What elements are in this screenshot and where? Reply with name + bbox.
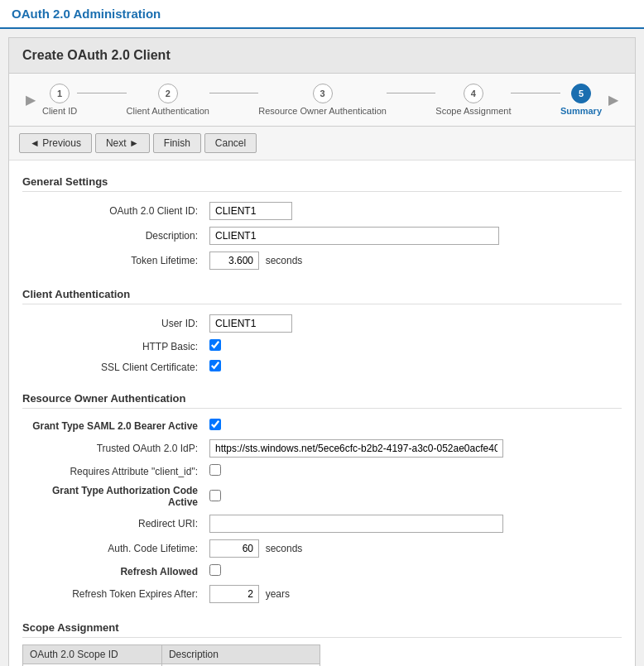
refresh-allowed-row: Refresh Allowed — [22, 561, 622, 582]
page-wrapper: Create OAuth 2.0 Client ▶ 1 Client ID 2 … — [8, 37, 636, 666]
step-label-4: Scope Assignment — [435, 106, 511, 116]
description-row: Description: — [22, 223, 622, 248]
refresh-expires-field[interactable] — [209, 585, 259, 603]
previous-button-top[interactable]: ◄ Previous — [19, 133, 92, 153]
step-label-2: Client Authentication — [127, 106, 209, 116]
wizard-step-1[interactable]: 1 Client ID — [42, 84, 77, 116]
token-lifetime-unit: seconds — [266, 255, 303, 266]
http-basic-row: HTTP Basic: — [22, 336, 622, 357]
auth-code-lifetime-field[interactable] — [209, 539, 259, 558]
scope-assignment-section: Scope Assignment OAuth 2.0 Scope ID Desc… — [22, 615, 622, 666]
refresh-allowed-label: Refresh Allowed — [22, 561, 204, 582]
grant-type-auth-label: Grant Type Authorization Code Active — [22, 482, 204, 511]
refresh-allowed-checkbox[interactable] — [209, 564, 221, 576]
scope-table-header-row: OAuth 2.0 Scope ID Description — [23, 645, 320, 664]
step-circle-4: 4 — [464, 84, 483, 103]
step-label-3: Resource Owner Authentication — [258, 106, 387, 116]
description-label: Description: — [22, 223, 204, 248]
client-auth-section: Client Authentication User ID: HTTP Basi… — [22, 281, 622, 377]
refresh-expires-label: Refresh Token Expires After: — [22, 582, 204, 606]
user-id-field[interactable] — [209, 314, 292, 333]
connector-2-3 — [209, 93, 258, 93]
wizard-step-4[interactable]: 4 Scope Assignment — [435, 84, 511, 116]
app-header: OAuth 2.0 Administration — [0, 0, 644, 29]
content-area: General Settings OAuth 2.0 Client ID: De… — [9, 161, 635, 666]
requires-attr-row: Requires Attribute "client_id": — [22, 461, 622, 482]
step-label-5: Summary — [560, 106, 602, 116]
wizard-start-arrow: ▶ — [26, 92, 36, 108]
auth-code-lifetime-label: Auth. Code Lifetime: — [22, 536, 204, 561]
wizard-end-arrow: ▶ — [608, 92, 618, 108]
auth-code-lifetime-unit: seconds — [266, 543, 303, 554]
step-circle-2: 2 — [158, 84, 178, 103]
user-id-row: User ID: — [22, 311, 622, 336]
saml-active-checkbox[interactable] — [209, 419, 221, 430]
top-toolbar: ◄ Previous Next ► Finish Cancel — [9, 127, 635, 161]
step-circle-5: 5 — [571, 84, 591, 103]
client-id-row: OAuth 2.0 Client ID: — [22, 199, 622, 223]
app-title: OAuth 2.0 Administration — [12, 7, 161, 21]
scope-table: OAuth 2.0 Scope ID Description DAAG_MNGG… — [22, 644, 320, 666]
saml-active-label: Grant Type SAML 2.0 Bearer Active — [22, 415, 204, 436]
wizard-step-5[interactable]: 5 Summary — [560, 84, 602, 116]
http-basic-checkbox[interactable] — [209, 339, 221, 351]
http-basic-label: HTTP Basic: — [22, 336, 204, 357]
resource-owner-title: Resource Owner Authentication — [22, 386, 622, 409]
resource-owner-table: Grant Type SAML 2.0 Bearer Active Truste… — [22, 415, 622, 606]
connector-1-2 — [77, 93, 126, 93]
redirect-uri-label: Redirect URI: — [22, 511, 204, 536]
client-auth-table: User ID: HTTP Basic: SSL Client Certific… — [22, 311, 622, 377]
redirect-uri-field[interactable] — [209, 515, 503, 533]
trusted-idp-label: Trusted OAuth 2.0 IdP: — [22, 436, 204, 461]
description-field[interactable] — [209, 227, 499, 245]
wizard-step-3[interactable]: 3 Resource Owner Authentication — [258, 84, 387, 116]
requires-attr-checkbox[interactable] — [209, 464, 221, 476]
token-lifetime-label: Token Lifetime: — [22, 248, 204, 273]
client-auth-title: Client Authentication — [22, 281, 622, 304]
client-id-field[interactable] — [209, 202, 292, 220]
general-settings-section: General Settings OAuth 2.0 Client ID: De… — [22, 169, 622, 273]
step-circle-3: 3 — [313, 84, 333, 103]
client-id-label: OAuth 2.0 Client ID: — [22, 199, 204, 223]
wizard-step-2[interactable]: 2 Client Authentication — [127, 84, 209, 116]
step-label-1: Client ID — [42, 106, 77, 116]
ssl-cert-row: SSL Client Certificate: — [22, 357, 622, 377]
scope-assignment-title: Scope Assignment — [22, 615, 622, 638]
resource-owner-section: Resource Owner Authentication Grant Type… — [22, 386, 622, 606]
finish-button-top[interactable]: Finish — [153, 133, 201, 153]
saml-active-row: Grant Type SAML 2.0 Bearer Active — [22, 415, 622, 436]
connector-4-5 — [511, 93, 560, 93]
user-id-label: User ID: — [22, 311, 204, 336]
grant-type-auth-row: Grant Type Authorization Code Active — [22, 482, 622, 511]
step-circle-1: 1 — [50, 84, 70, 103]
redirect-uri-row: Redirect URI: — [22, 511, 622, 536]
requires-attr-label: Requires Attribute "client_id": — [22, 461, 204, 482]
wizard-steps: ▶ 1 Client ID 2 Client Authentication 3 … — [9, 74, 635, 127]
description-column-header: Description — [161, 645, 320, 664]
general-settings-table: OAuth 2.0 Client ID: Description: Token … — [22, 199, 622, 273]
scope-id-column-header: OAuth 2.0 Scope ID — [23, 645, 162, 664]
page-title: Create OAuth 2.0 Client — [9, 38, 635, 74]
refresh-expires-row: Refresh Token Expires After: years — [22, 582, 622, 606]
trusted-idp-row: Trusted OAuth 2.0 IdP: — [22, 436, 622, 461]
ssl-cert-checkbox[interactable] — [209, 360, 221, 371]
grant-type-auth-checkbox[interactable] — [209, 490, 221, 501]
refresh-expires-unit: years — [266, 588, 290, 600]
connector-3-4 — [387, 93, 435, 93]
auth-code-lifetime-row: Auth. Code Lifetime: seconds — [22, 536, 622, 561]
cancel-button-top[interactable]: Cancel — [204, 133, 257, 153]
token-lifetime-field[interactable] — [209, 252, 259, 270]
trusted-idp-field[interactable] — [209, 439, 503, 458]
ssl-cert-label: SSL Client Certificate: — [22, 357, 204, 377]
token-lifetime-row: Token Lifetime: seconds — [22, 248, 622, 273]
general-settings-title: General Settings — [22, 169, 622, 192]
next-button-top[interactable]: Next ► — [95, 133, 150, 153]
